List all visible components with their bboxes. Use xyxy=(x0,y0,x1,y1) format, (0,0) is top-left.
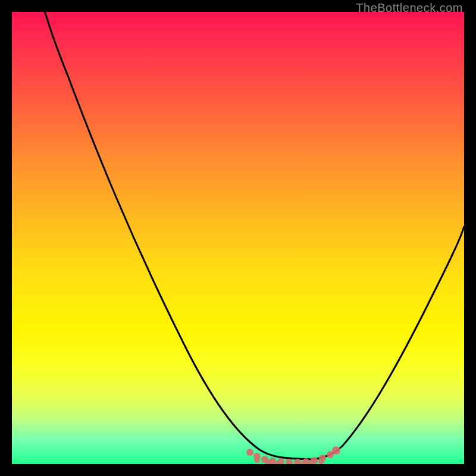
svg-point-18 xyxy=(318,458,324,464)
optimal-zone-dots xyxy=(246,446,340,464)
svg-point-12 xyxy=(254,457,260,463)
curve-overlay xyxy=(12,12,464,464)
svg-point-11 xyxy=(332,446,340,455)
watermark-text: TheBottleneck.com xyxy=(356,1,463,15)
svg-point-0 xyxy=(246,449,253,456)
bottleneck-curve-path xyxy=(35,12,464,459)
